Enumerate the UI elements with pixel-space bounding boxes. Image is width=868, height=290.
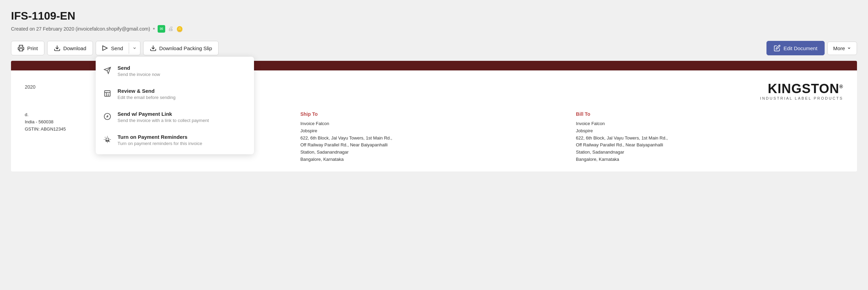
invoice-right: KINGSTON® INDUSTRIAL LABEL PRODUCTS: [440, 81, 843, 100]
send-menu-icon: [103, 66, 112, 75]
kingston-reg: ®: [839, 84, 843, 89]
send-main-button[interactable]: Send: [96, 41, 129, 55]
packing-slip-icon: [150, 45, 157, 52]
dropdown-review-title: Review & Send: [118, 88, 176, 94]
dropdown-item-reminders-text: Turn on Payment Reminders Turn on paymen…: [118, 134, 202, 146]
print-label: Print: [27, 45, 38, 51]
review-send-menu-icon: [103, 89, 112, 98]
bill-to-col: Bill To Invoice Falcon Jobspire 622, 6th…: [576, 111, 843, 163]
print-status-icon: 🖨: [168, 26, 173, 32]
dropdown-payment-title: Send w/ Payment Link: [118, 111, 209, 117]
send-dropdown-menu: Send Send the invoice now: [96, 57, 254, 154]
dropdown-payment-desc: Send the invoice with a link to collect …: [118, 118, 209, 123]
dropdown-send-desc: Send the invoice now: [118, 72, 160, 77]
dropdown-item-send-text: Send Send the invoice now: [118, 65, 160, 77]
page-subtitle: Created on 27 February 2020 (invoicefalc…: [11, 25, 857, 33]
dropdown-reminders-title: Turn on Payment Reminders: [118, 134, 202, 140]
send-button-group: Send: [96, 41, 140, 55]
toolbar: Print Download Send: [11, 41, 857, 55]
dot-separator: •: [153, 25, 155, 33]
more-label: More: [833, 45, 845, 51]
download-packing-slip-button[interactable]: Download Packing Slip: [143, 41, 219, 55]
download-icon: [54, 45, 61, 52]
dropdown-review-desc: Edit the email before sending: [118, 95, 176, 100]
dropdown-send-title: Send: [118, 65, 160, 71]
download-button[interactable]: Download: [47, 41, 93, 55]
email-status-icon: ✉: [158, 25, 165, 33]
dropdown-item-send[interactable]: Send Send the invoice now: [96, 59, 254, 82]
svg-line-14: [109, 142, 109, 142]
kingston-sub: INDUSTRIAL LABEL PRODUCTS: [760, 96, 843, 100]
edit-icon: [774, 45, 781, 52]
download-packing-slip-label: Download Packing Slip: [159, 45, 212, 51]
more-button[interactable]: More: [827, 42, 857, 55]
send-label: Send: [111, 45, 123, 51]
send-arrow-button[interactable]: [129, 43, 140, 54]
send-dropdown-container: Send: [96, 41, 140, 55]
dropdown-item-review-text: Review & Send Edit the email before send…: [118, 88, 176, 100]
print-icon: [18, 45, 24, 52]
page-title: IFS-1109-EN: [11, 10, 857, 22]
dropdown-item-reminders[interactable]: Turn on Payment Reminders Turn on paymen…: [96, 129, 254, 152]
download-label: Download: [63, 45, 86, 51]
kingston-logo: KINGSTON® INDUSTRIAL LABEL PRODUCTS: [760, 81, 843, 100]
dropdown-item-payment-text: Send w/ Payment Link Send the invoice wi…: [118, 111, 209, 123]
reminders-menu-icon: [103, 135, 112, 144]
more-chevron-icon: [847, 46, 851, 50]
chevron-down-icon: [133, 46, 137, 50]
bill-to-label: Bill To: [576, 111, 843, 117]
edit-document-button[interactable]: Edit Document: [766, 41, 824, 55]
ship-to-label: Ship To: [300, 111, 568, 117]
subtitle-text: Created on 27 February 2020 (invoicefalc…: [11, 26, 150, 32]
print-button[interactable]: Print: [11, 41, 44, 55]
payment-link-menu-icon: [103, 112, 112, 121]
edit-document-label: Edit Document: [783, 45, 817, 51]
bill-to-address: Invoice Falcon Jobspire 622, 6th Block, …: [576, 120, 843, 163]
svg-line-13: [105, 137, 105, 137]
dropdown-item-payment-link[interactable]: Send w/ Payment Link Send the invoice wi…: [96, 105, 254, 129]
send-icon: [102, 45, 108, 52]
ship-to-address: Invoice Falcon Jobspire 622, 6th Block, …: [300, 120, 568, 163]
svg-rect-0: [19, 49, 23, 51]
dropdown-item-review-send[interactable]: Review & Send Edit the email before send…: [96, 82, 254, 105]
coin-status-icon: 🪙: [176, 26, 183, 32]
dropdown-reminders-desc: Turn on payment reminders for this invoi…: [118, 141, 202, 146]
kingston-name: KINGSTON®: [760, 81, 843, 96]
ship-to-col: Ship To Invoice Falcon Jobspire 622, 6th…: [300, 111, 568, 163]
svg-rect-4: [104, 91, 110, 97]
